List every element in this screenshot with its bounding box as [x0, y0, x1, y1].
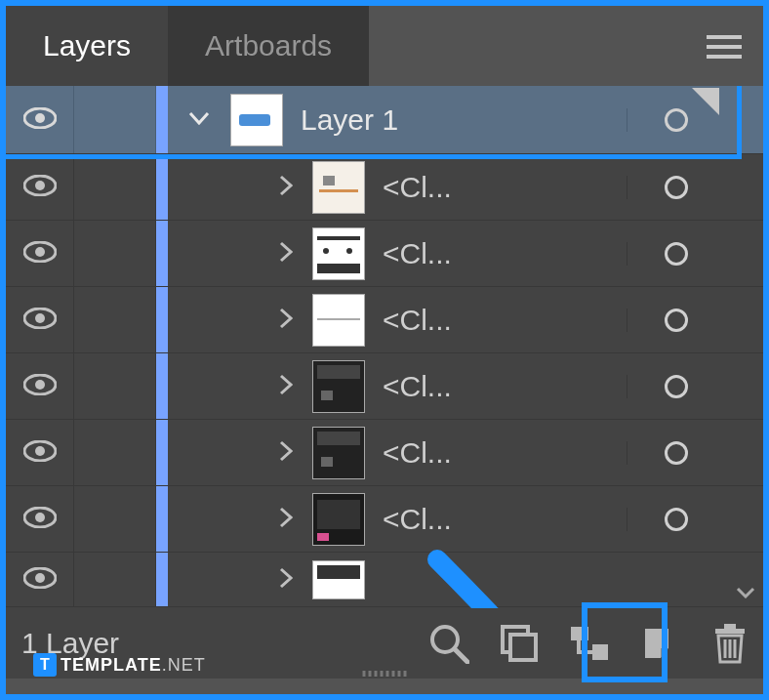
target-button[interactable] — [627, 242, 724, 266]
layer-color-bar — [156, 287, 168, 352]
layer-thumbnail[interactable] — [312, 294, 365, 347]
layer-name-label[interactable]: <Cl... — [379, 370, 627, 403]
lock-column[interactable] — [74, 86, 156, 153]
svg-point-8 — [35, 247, 45, 257]
expand-toggle[interactable] — [168, 374, 312, 399]
layer-color-bar — [156, 221, 168, 286]
sublayer-row[interactable]: <Cl... — [6, 486, 763, 553]
chevron-right-icon — [279, 507, 293, 532]
layer-thumbnail[interactable] — [312, 493, 365, 546]
expand-toggle[interactable] — [168, 440, 312, 466]
watermark: T TEMPLATE.NET — [33, 653, 206, 677]
svg-rect-27 — [724, 624, 736, 629]
target-button[interactable] — [627, 309, 724, 332]
layer-color-bar — [156, 353, 168, 419]
tab-artboards[interactable]: Artboards — [168, 6, 369, 86]
layer-thumbnail[interactable] — [312, 360, 365, 413]
target-button[interactable] — [627, 176, 724, 199]
delete-button[interactable] — [707, 620, 753, 667]
lock-column[interactable] — [74, 221, 156, 286]
sublayer-row[interactable]: <Cl... — [6, 287, 763, 353]
visibility-toggle[interactable] — [6, 486, 74, 552]
sublayer-row[interactable]: <Cl... — [6, 353, 763, 420]
layer-name-label[interactable]: <Cl... — [379, 237, 627, 270]
target-button[interactable] — [627, 441, 724, 465]
search-button[interactable] — [425, 620, 472, 667]
lock-column[interactable] — [74, 154, 156, 220]
layer-thumbnail[interactable] — [312, 227, 365, 280]
target-button[interactable] — [627, 375, 724, 398]
lock-column[interactable] — [74, 420, 156, 485]
watermark-text: TEMPLATE.NET — [61, 655, 206, 676]
locate-object-button[interactable] — [496, 620, 543, 667]
layer-color-bar — [156, 154, 168, 220]
layer-color-bar — [156, 420, 168, 485]
eye-icon — [23, 175, 57, 200]
visibility-toggle[interactable] — [6, 420, 74, 485]
target-button[interactable] — [627, 508, 724, 531]
scroll-down-button[interactable] — [736, 587, 755, 598]
chevron-right-icon — [279, 374, 293, 399]
layer-name-label[interactable]: <Cl... — [379, 436, 627, 470]
lock-column[interactable] — [74, 486, 156, 552]
panel-container: Layers Artboards — [0, 0, 769, 700]
svg-rect-0 — [707, 35, 742, 39]
new-layer-button[interactable] — [636, 620, 683, 667]
selection-indicator-icon — [692, 88, 719, 115]
layer-color-bar — [156, 86, 168, 153]
new-sublayer-button[interactable] — [566, 620, 613, 667]
search-icon — [428, 623, 469, 664]
visibility-toggle[interactable] — [6, 353, 74, 419]
visibility-toggle[interactable] — [6, 154, 74, 220]
sublayer-row[interactable]: <Cl... — [6, 420, 763, 486]
svg-point-6 — [35, 181, 45, 190]
new-sublayer-icon — [569, 625, 610, 662]
panel-menu-button[interactable] — [707, 33, 742, 64]
visibility-toggle[interactable] — [6, 86, 74, 153]
sublayer-row[interactable]: <Cl... — [6, 154, 763, 221]
expand-toggle[interactable] — [168, 111, 230, 129]
sublayer-row[interactable]: <Cl... — [6, 221, 763, 287]
visibility-toggle[interactable] — [6, 221, 74, 286]
layer-thumbnail[interactable] — [312, 161, 365, 214]
lock-column[interactable] — [74, 553, 156, 606]
chevron-right-icon — [279, 308, 293, 333]
trash-icon — [713, 623, 747, 664]
expand-toggle[interactable] — [168, 507, 312, 532]
svg-point-18 — [35, 573, 45, 583]
resize-grip-icon[interactable] — [363, 671, 407, 677]
layer-name-label[interactable]: <Cl... — [379, 304, 627, 337]
layer-thumbnail[interactable] — [230, 94, 283, 146]
target-icon — [665, 441, 688, 465]
chevron-right-icon — [279, 241, 293, 267]
svg-point-4 — [35, 113, 45, 123]
svg-point-16 — [35, 513, 45, 522]
layer-thumbnail[interactable] — [312, 560, 365, 599]
svg-rect-25 — [592, 644, 608, 660]
lock-column[interactable] — [74, 353, 156, 419]
target-icon — [665, 375, 688, 398]
visibility-toggle[interactable] — [6, 553, 74, 606]
layer-name-label[interactable]: <Cl... — [379, 503, 627, 536]
chevron-right-icon — [279, 440, 293, 466]
expand-toggle[interactable] — [168, 567, 312, 593]
lock-column[interactable] — [74, 287, 156, 352]
svg-point-12 — [35, 380, 45, 390]
layer-thumbnail[interactable] — [312, 427, 365, 479]
layer-name-label[interactable]: Layer 1 — [297, 103, 627, 137]
layer-row-main[interactable]: Layer 1 — [6, 86, 763, 154]
expand-toggle[interactable] — [168, 308, 312, 333]
tab-layers[interactable]: Layers — [6, 6, 168, 86]
layer-name-label[interactable]: <Cl... — [379, 171, 627, 204]
locate-icon — [501, 625, 538, 662]
svg-rect-24 — [571, 627, 588, 640]
expand-toggle[interactable] — [168, 175, 312, 200]
visibility-toggle[interactable] — [6, 287, 74, 352]
sublayer-row[interactable] — [6, 553, 763, 607]
tab-bar: Layers Artboards — [6, 6, 763, 86]
chevron-right-icon — [279, 175, 293, 200]
eye-icon — [23, 241, 57, 267]
svg-point-14 — [35, 446, 45, 456]
expand-toggle[interactable] — [168, 241, 312, 267]
chevron-down-icon — [188, 111, 210, 129]
